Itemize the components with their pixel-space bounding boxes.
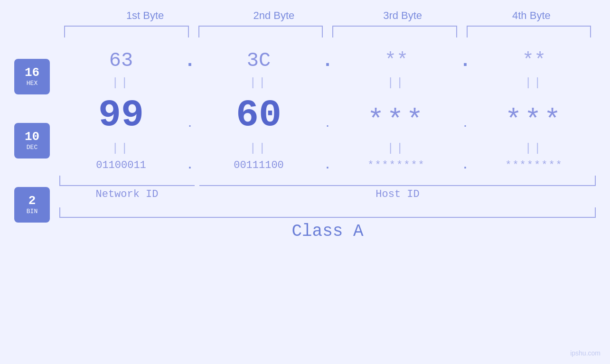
class-label-container: Class A	[59, 222, 596, 241]
dec-b2-cell: 60	[206, 93, 311, 137]
content-area: 16 HEX 10 DEC 2 BIN 63 . 3C	[0, 45, 610, 241]
equals-4: ||	[482, 76, 586, 89]
bottom-bracket-host	[199, 176, 596, 186]
bin-dot-3: .	[458, 159, 472, 172]
bin-b2-value: 00111100	[234, 159, 284, 171]
hex-b2-value: 3C	[247, 49, 271, 72]
dec-dot-1: .	[183, 119, 197, 137]
dec-badge-number: 10	[25, 131, 39, 143]
hex-b4-value: **	[522, 49, 546, 72]
bin-b1-cell: 01100011	[69, 159, 173, 171]
top-bracket-1	[59, 26, 194, 37]
bin-row: 01100011 . 00111100 . ******** . *******…	[59, 159, 596, 172]
bottom-bracket-network	[59, 176, 195, 186]
hex-b3-value: **	[385, 49, 408, 72]
id-labels-row: Network ID Host ID	[59, 188, 596, 200]
byte-label-4: 4th Byte	[479, 9, 583, 22]
dec-dot-2: .	[320, 119, 335, 137]
byte-labels: 1st Byte 2nd Byte 3rd Byte 4th Byte	[81, 9, 596, 22]
watermark: ipshu.com	[570, 349, 601, 357]
dec-dot-3: .	[458, 119, 472, 137]
equals-7: ||	[344, 142, 449, 155]
dec-b3-value: ***	[367, 104, 425, 137]
equals-8: ||	[482, 142, 586, 155]
hex-dot-1: .	[183, 50, 197, 72]
dec-badge-label: DEC	[27, 144, 38, 151]
equals-row-2: || || || ||	[59, 140, 596, 157]
equals-5: ||	[69, 142, 173, 155]
bin-badge-number: 2	[28, 195, 36, 207]
bin-b2-cell: 00111100	[206, 159, 311, 171]
network-id-label: Network ID	[59, 188, 195, 200]
byte-label-1: 1st Byte	[93, 9, 197, 22]
byte-label-3: 3rd Byte	[350, 9, 455, 22]
hex-dot-3: .	[458, 50, 472, 72]
dec-b1-cell: 99	[69, 93, 173, 137]
dec-b4-cell: ***	[482, 104, 586, 137]
bin-b3-cell: ********	[344, 159, 449, 171]
byte-label-2: 2nd Byte	[222, 9, 326, 22]
hex-row: 63 . 3C . ** . **	[59, 49, 596, 72]
dec-b2-value: 60	[236, 93, 282, 137]
bin-b1-value: 01100011	[96, 159, 146, 171]
equals-1: ||	[69, 76, 173, 89]
dec-b3-cell: ***	[344, 104, 449, 137]
equals-2: ||	[206, 76, 311, 89]
badge-column: 16 HEX 10 DEC 2 BIN	[14, 59, 50, 223]
bin-dot-1: .	[183, 159, 197, 172]
hex-b3-cell: **	[344, 49, 449, 72]
class-a-label: Class A	[291, 222, 363, 241]
bin-badge-label: BIN	[27, 208, 38, 215]
host-id-label: Host ID	[199, 188, 596, 200]
bottom-brackets	[59, 176, 596, 186]
hex-badge: 16 HEX	[14, 59, 50, 94]
top-bracket-2	[194, 26, 328, 37]
bin-badge: 2 BIN	[14, 187, 50, 223]
hex-badge-label: HEX	[27, 80, 38, 87]
hex-b2-cell: 3C	[206, 49, 311, 72]
hex-b4-cell: **	[482, 49, 586, 72]
hex-b1-cell: 63	[69, 49, 173, 72]
dec-badge: 10 DEC	[14, 123, 50, 159]
class-bracket-container	[59, 207, 596, 218]
class-bracket	[59, 207, 596, 218]
dec-row: 99 . 60 . *** . ***	[59, 93, 596, 137]
equals-6: ||	[206, 142, 311, 155]
hex-badge-number: 16	[25, 66, 39, 79]
dec-b4-value: ***	[505, 104, 563, 137]
bin-b4-cell: ********	[482, 159, 586, 171]
bin-b3-value: ********	[367, 159, 425, 171]
bin-b4-value: ********	[505, 159, 563, 171]
top-bracket-3	[328, 26, 462, 37]
bytes-container: 63 . 3C . ** . ** || ||	[59, 45, 596, 241]
dec-b1-value: 99	[98, 93, 144, 137]
header-row: 1st Byte 2nd Byte 3rd Byte 4th Byte	[0, 0, 610, 22]
hex-b1-value: 63	[109, 49, 133, 72]
equals-row-1: || || || ||	[59, 74, 596, 92]
main-container: 1st Byte 2nd Byte 3rd Byte 4th Byte 16 H…	[0, 0, 610, 364]
top-bracket-4	[462, 26, 596, 37]
bin-dot-2: .	[320, 159, 335, 172]
equals-3: ||	[344, 76, 449, 89]
hex-dot-2: .	[320, 50, 335, 72]
